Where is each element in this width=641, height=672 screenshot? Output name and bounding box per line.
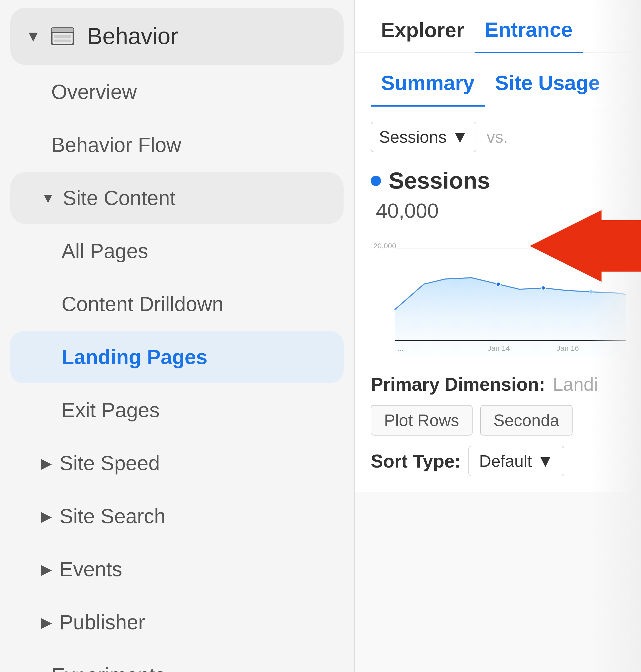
experiments-label: Experiments [51, 664, 165, 672]
chart-point-2 [541, 286, 546, 290]
events-label: Events [59, 558, 122, 581]
secondary-button[interactable]: Seconda [480, 405, 573, 435]
sort-default-label: Default [479, 451, 532, 471]
dropdown-arrow-icon: ▼ [452, 127, 468, 146]
behavior-collapse-arrow: ▼ [26, 29, 41, 44]
sort-type-row: Sort Type: Default ▼ [371, 446, 626, 476]
all-pages-label: All Pages [62, 240, 148, 262]
sidebar-item-experiments[interactable]: Experiments [10, 649, 344, 672]
content-area: Sessions ▼ vs. Sessions 40,000 20,000 [355, 106, 641, 492]
site-content-label: Site Content [63, 186, 175, 210]
sort-dropdown-arrow: ▼ [537, 451, 554, 471]
sidebar: ▼ Behavior Overview Behavior Flow ▼ Site… [0, 0, 354, 672]
sessions-dot [371, 176, 381, 186]
subtab-summary[interactable]: Summary [371, 64, 485, 107]
subtab-site-usage[interactable]: Site Usage [485, 64, 610, 107]
sidebar-item-landing-pages[interactable]: Landing Pages [10, 331, 344, 383]
landing-pages-label: Landing Pages [62, 346, 207, 368]
sidebar-site-speed-header[interactable]: ▶ Site Speed [10, 437, 344, 489]
entrance-tab-label: Entrance [485, 18, 573, 41]
metric-block: Sessions 40,000 [371, 168, 626, 223]
sidebar-site-content-header[interactable]: ▼ Site Content [10, 172, 344, 224]
svg-rect-4 [54, 40, 71, 42]
sidebar-item-all-pages[interactable]: All Pages [10, 225, 344, 277]
chart-y-label-20k: 20,000 [373, 242, 396, 250]
sessions-dropdown-label: Sessions [379, 127, 447, 146]
primary-dimension-row: Primary Dimension: Landi [371, 374, 626, 395]
site-usage-tab-label: Site Usage [495, 71, 600, 94]
sidebar-item-overview[interactable]: Overview [10, 66, 344, 118]
svg-text:Jan 14: Jan 14 [488, 344, 510, 352]
sidebar-item-content-drilldown[interactable]: Content Drilldown [10, 278, 344, 330]
sidebar-item-behavior-flow[interactable]: Behavior Flow [10, 119, 344, 171]
vs-label: vs. [487, 127, 508, 146]
right-panel: Explorer Entrance Summary Site Usage Ses… [355, 0, 641, 672]
svg-rect-3 [54, 35, 71, 38]
metric-controls-row: Sessions ▼ vs. [371, 122, 626, 152]
top-tabs: Explorer Entrance [355, 0, 641, 53]
control-buttons: Plot Rows Seconda [371, 405, 626, 435]
sort-dropdown[interactable]: Default ▼ [468, 446, 564, 476]
site-speed-arrow: ▶ [41, 455, 52, 472]
events-arrow: ▶ [41, 561, 52, 577]
plot-rows-button[interactable]: Plot Rows [371, 405, 473, 435]
explorer-tab-label: Explorer [381, 19, 464, 42]
tab-entrance[interactable]: Entrance [475, 10, 583, 53]
sidebar-events-header[interactable]: ▶ Events [10, 543, 344, 595]
chart-point-3 [589, 290, 593, 294]
behavior-flow-label: Behavior Flow [51, 134, 181, 156]
chart-point-1 [496, 282, 501, 286]
chart-container: 20,000 .. [371, 233, 626, 361]
sub-tabs: Summary Site Usage [355, 53, 641, 106]
behavior-label: Behavior [87, 23, 178, 50]
site-content-arrow: ▼ [41, 190, 55, 206]
exit-pages-label: Exit Pages [62, 398, 160, 421]
sidebar-site-search-header[interactable]: ▶ Site Search [10, 490, 344, 542]
sessions-dropdown[interactable]: Sessions ▼ [371, 122, 476, 152]
site-speed-label: Site Speed [59, 451, 160, 475]
sessions-chart: 20,000 .. [371, 233, 626, 356]
site-search-arrow: ▶ [41, 508, 52, 524]
chart-area [395, 278, 626, 356]
metric-label-row: Sessions [371, 168, 626, 194]
svg-text:...: ... [397, 344, 404, 352]
metric-title: Sessions [389, 168, 490, 194]
content-drilldown-label: Content Drilldown [62, 293, 223, 316]
svg-rect-1 [52, 28, 73, 32]
summary-tab-label: Summary [381, 71, 475, 94]
behavior-icon [51, 27, 74, 45]
publisher-arrow: ▶ [41, 614, 52, 630]
primary-dimension-label: Primary Dimension: [371, 374, 545, 395]
sidebar-behavior-header[interactable]: ▼ Behavior [10, 8, 344, 65]
site-search-label: Site Search [59, 504, 166, 528]
svg-text:Jan 16: Jan 16 [557, 344, 579, 352]
primary-dimension-value: Landi [553, 374, 598, 395]
sidebar-publisher-header[interactable]: ▶ Publisher [10, 597, 344, 648]
publisher-label: Publisher [59, 611, 145, 634]
sidebar-item-exit-pages[interactable]: Exit Pages [10, 384, 344, 436]
metric-value-40k: 40,000 [371, 199, 626, 223]
overview-label: Overview [51, 81, 137, 103]
sort-type-label: Sort Type: [371, 451, 461, 472]
tab-explorer[interactable]: Explorer [371, 11, 475, 52]
